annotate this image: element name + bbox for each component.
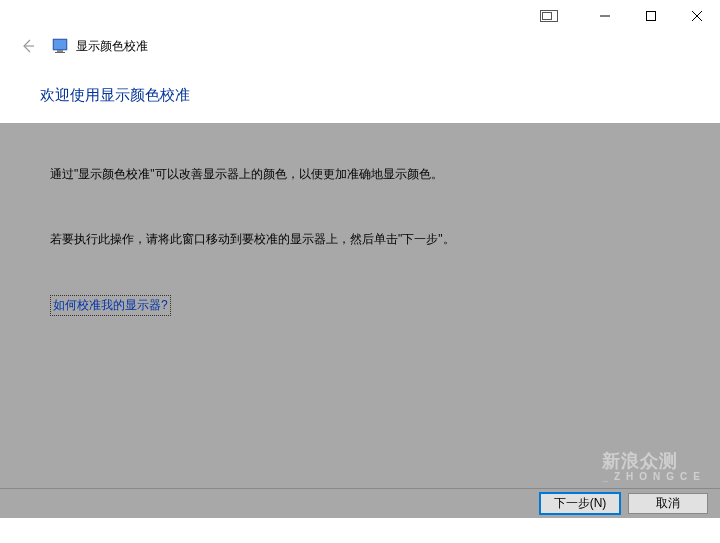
svg-rect-9 <box>57 50 63 52</box>
watermark: 新浪众测 _ZHONGCE <box>602 449 706 482</box>
header-row: 显示颜色校准 <box>0 32 720 66</box>
back-button[interactable] <box>18 36 38 56</box>
svg-rect-3 <box>647 12 656 21</box>
watermark-main: 新浪众测 <box>602 451 678 471</box>
svg-rect-8 <box>54 40 66 49</box>
tablet-mode-icon <box>536 6 562 26</box>
app-title: 显示颜色校准 <box>76 38 148 55</box>
cancel-button[interactable]: 取消 <box>628 493 708 514</box>
watermark-sub: _ZHONGCE <box>602 471 706 482</box>
intro-paragraph-1: 通过"显示颜色校准"可以改善显示器上的颜色，以便更加准确地显示颜色。 <box>50 165 670 184</box>
intro-paragraph-2: 若要执行此操作，请将此窗口移动到要校准的显示器上，然后单击"下一步"。 <box>50 230 670 249</box>
next-button[interactable]: 下一步(N) <box>540 493 620 514</box>
page-heading: 欢迎使用显示颜色校准 <box>0 66 720 123</box>
maximize-button[interactable] <box>628 1 674 31</box>
close-button[interactable] <box>674 1 720 31</box>
window-titlebar <box>0 0 720 32</box>
app-icon <box>52 38 68 54</box>
minimize-button[interactable] <box>582 1 628 31</box>
svg-rect-10 <box>55 52 65 53</box>
svg-rect-1 <box>543 13 552 20</box>
wizard-button-row: 下一步(N) 取消 <box>0 488 720 518</box>
help-link[interactable]: 如何校准我的显示器? <box>50 295 171 316</box>
content-area: 通过"显示颜色校准"可以改善显示器上的颜色，以便更加准确地显示颜色。 若要执行此… <box>0 123 720 518</box>
